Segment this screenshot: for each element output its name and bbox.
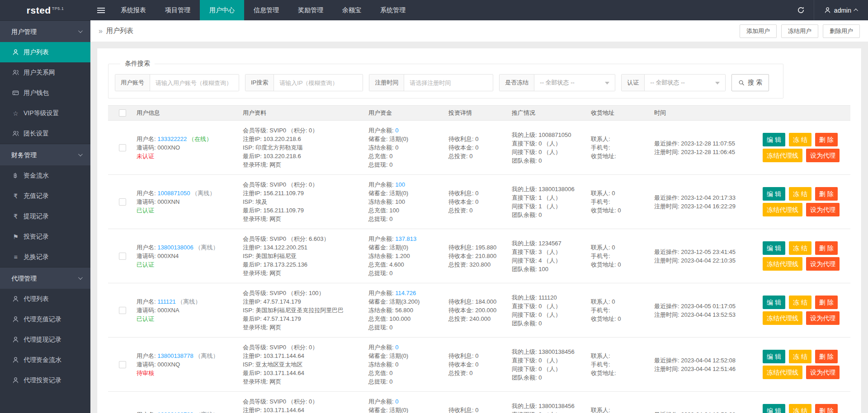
edit-button[interactable]: 编 辑 xyxy=(763,350,785,363)
sidebar-item-0-3[interactable]: ☆VIP等级设置 xyxy=(0,103,90,123)
row-checkbox[interactable] xyxy=(119,307,126,314)
sidebar-item-2-3[interactable]: 代理资金流水 xyxy=(0,350,90,370)
nav-item-2[interactable]: 用户中心 xyxy=(200,0,244,20)
freeze-agent-line-button[interactable]: 冻结代理线 xyxy=(763,311,802,325)
freeze-button[interactable]: 冻 结 xyxy=(789,133,811,146)
text-line: 邀请码: 000XNQ xyxy=(137,360,243,369)
actions-cell: 编 辑冻 结删 除冻结代理线设为代理 xyxy=(763,293,850,327)
users-icon xyxy=(12,69,19,76)
user-info-cell: 用户名: 1008871050 （离线）邀请码: 000XNN已认证 xyxy=(137,189,243,215)
delete-button[interactable]: 删 除 xyxy=(815,133,838,146)
set-agent-button[interactable]: 设为代理 xyxy=(806,203,840,216)
address-cell: 联系人: 手机号: 收货地址: xyxy=(591,406,654,413)
sidebar-item-2-4[interactable]: 代理投资记录 xyxy=(0,370,90,390)
nav-item-5[interactable]: 余额宝 xyxy=(333,0,371,20)
nav-item-3[interactable]: 信息管理 xyxy=(244,0,288,20)
balance-link[interactable]: 137.813 xyxy=(395,235,416,242)
set-agent-button[interactable]: 设为代理 xyxy=(806,311,840,325)
username-link[interactable]: 13800138006 xyxy=(157,244,193,251)
freeze-user-button[interactable]: 冻结用户 xyxy=(781,24,818,38)
sidebar-item-0-1[interactable]: 用户关系网 xyxy=(0,62,90,83)
balance-link[interactable]: 0 xyxy=(395,127,398,134)
direct-subordinates: 直接下级: 0 （人） xyxy=(512,303,561,310)
reg-time-input[interactable] xyxy=(404,75,493,91)
username-link[interactable]: 111121 xyxy=(157,298,176,305)
freeze-button[interactable]: 冻 结 xyxy=(789,241,811,255)
sidebar-item-1-3[interactable]: ⚑投资记录 xyxy=(0,226,90,247)
auth-state-select[interactable]: -- 全部状态 -- xyxy=(645,75,725,91)
freeze-button[interactable]: 冻 结 xyxy=(789,296,811,309)
freeze-agent-line-button[interactable]: 冻结代理线 xyxy=(763,149,802,162)
edit-button[interactable]: 编 辑 xyxy=(763,404,785,413)
username-link[interactable]: 13800138778 xyxy=(157,352,193,359)
hamburger-icon[interactable] xyxy=(90,0,111,20)
shipping-address: 收货地址: 0 xyxy=(591,261,621,268)
sidebar-section-title-0[interactable]: 用户管理 xyxy=(0,20,90,42)
sidebar-item-1-1[interactable]: ₹充值记录 xyxy=(0,186,90,206)
balance-link[interactable]: 0 xyxy=(395,344,398,351)
username-link[interactable]: 13800138789 xyxy=(157,411,193,413)
nav-item-6[interactable]: 系统管理 xyxy=(371,0,415,20)
edit-button[interactable]: 编 辑 xyxy=(763,133,785,146)
set-agent-button[interactable]: 设为代理 xyxy=(806,257,840,271)
freeze-button[interactable]: 冻 结 xyxy=(789,187,811,201)
row-checkbox[interactable] xyxy=(119,198,126,206)
text-line: 登录环境: 网页 xyxy=(243,323,368,332)
text-line: 总投资: 320.800 xyxy=(448,260,512,269)
row-checkbox[interactable] xyxy=(119,361,126,368)
delete-user-button[interactable]: 删除用户 xyxy=(823,24,860,38)
sidebar-item-0-0[interactable]: 用户列表 xyxy=(0,42,90,62)
row-checkbox[interactable] xyxy=(119,253,126,260)
freeze-agent-line-button[interactable]: 冻结代理线 xyxy=(763,257,802,271)
nav-item-1[interactable]: 项目管理 xyxy=(156,0,200,20)
delete-button[interactable]: 删 除 xyxy=(815,241,838,255)
search-button[interactable]: 搜 索 xyxy=(731,74,769,91)
table-row: 用户名: 111121 （离线）邀请码: 000XNA已认证会员等级: SVIP… xyxy=(108,283,850,338)
edit-button[interactable]: 编 辑 xyxy=(763,187,785,201)
delete-button[interactable]: 删 除 xyxy=(815,187,838,201)
text-line: 会员等级: SVIP0 （积分: 6.603） xyxy=(243,235,368,243)
edit-button[interactable]: 编 辑 xyxy=(763,296,785,309)
balance-link[interactable]: 0 xyxy=(395,398,398,405)
nav-item-0[interactable]: 系统报表 xyxy=(111,0,156,20)
sidebar-item-0-2[interactable]: 用户钱包 xyxy=(0,83,90,103)
sidebar-item-2-0[interactable]: 代理列表 xyxy=(0,289,90,309)
frozen-state-select[interactable]: -- 全部状态 -- xyxy=(534,75,615,91)
balance-link[interactable]: 100 xyxy=(395,181,405,188)
select-all-checkbox[interactable] xyxy=(119,109,126,117)
sidebar-item-1-2[interactable]: ₹提现记录 xyxy=(0,206,90,226)
user-menu[interactable]: admin xyxy=(814,0,868,20)
sidebar-item-1-4[interactable]: ≡兑换记录 xyxy=(0,247,90,267)
add-user-button[interactable]: 添加用户 xyxy=(740,24,777,38)
invite-code: 邀请码: 000XNO xyxy=(137,144,180,151)
freeze-button[interactable]: 冻 结 xyxy=(789,350,811,363)
set-agent-button[interactable]: 设为代理 xyxy=(806,149,840,162)
total-invest: 总投资: 240.000 xyxy=(448,315,491,322)
freeze-agent-line-button[interactable]: 冻结代理线 xyxy=(763,366,802,379)
sidebar-section-title-2[interactable]: 代理管理 xyxy=(0,267,90,289)
login-env: 登录环境: 网页 xyxy=(243,270,281,277)
username-link[interactable]: 133322222 xyxy=(157,136,187,142)
sidebar-item-2-1[interactable]: 代理充值记录 xyxy=(0,309,90,329)
set-agent-button[interactable]: 设为代理 xyxy=(806,366,840,379)
username-link[interactable]: 1008871050 xyxy=(157,190,190,197)
freeze-button[interactable]: 冻 结 xyxy=(789,404,811,413)
text-line: ISP: 埃及 xyxy=(243,197,368,206)
nav-item-4[interactable]: 奖励管理 xyxy=(288,0,333,20)
sidebar-item-2-2[interactable]: 代理提现记录 xyxy=(0,329,90,350)
edit-button[interactable]: 编 辑 xyxy=(763,241,785,255)
balance-link[interactable]: 114.726 xyxy=(395,290,416,296)
sidebar-item-0-4[interactable]: 团长设置 xyxy=(0,123,90,144)
account-input[interactable] xyxy=(150,75,239,91)
freeze-agent-line-button[interactable]: 冻结代理线 xyxy=(763,203,802,216)
delete-button[interactable]: 删 除 xyxy=(815,350,838,363)
delete-button[interactable]: 删 除 xyxy=(815,296,838,309)
sidebar-item-1-0[interactable]: 资金流水 xyxy=(0,165,90,186)
sidebar-section-title-1[interactable]: 财务管理 xyxy=(0,144,90,165)
delete-button[interactable]: 删 除 xyxy=(815,404,838,413)
ip-field-group: IP搜索 xyxy=(245,74,363,91)
ip-input[interactable] xyxy=(274,75,363,91)
promotion-cell: 我的上级: 13800138456直接下级: 0 （人）间接下级: 0 （人）团… xyxy=(512,402,591,413)
row-checkbox[interactable] xyxy=(119,144,126,151)
refresh-icon[interactable] xyxy=(788,0,814,20)
